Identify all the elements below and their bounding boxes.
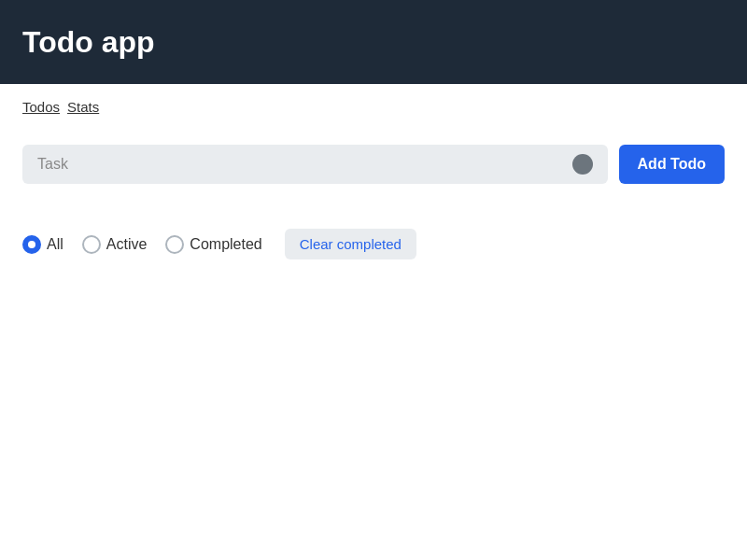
add-todo-button[interactable]: Add Todo <box>619 145 725 184</box>
task-input-wrapper <box>22 145 608 184</box>
filter-active[interactable]: Active <box>82 235 148 254</box>
loading-spinner <box>572 154 593 175</box>
filter-all-radio[interactable] <box>22 235 41 254</box>
filter-all-label: All <box>47 236 63 253</box>
filter-completed-radio[interactable] <box>165 235 184 254</box>
filter-completed-label: Completed <box>190 236 261 253</box>
filter-active-radio[interactable] <box>82 235 101 254</box>
nav-todos[interactable]: Todos <box>22 99 60 115</box>
filter-active-label: Active <box>106 236 148 253</box>
app-header: Todo app <box>0 0 747 84</box>
filter-all[interactable]: All <box>22 235 63 254</box>
filter-area: All Active Completed Clear completed <box>0 206 747 282</box>
nav-stats[interactable]: Stats <box>67 99 99 115</box>
clear-completed-button[interactable]: Clear completed <box>285 229 416 259</box>
main-nav: Todos Stats <box>0 84 747 130</box>
task-input[interactable] <box>22 145 608 184</box>
filter-completed[interactable]: Completed <box>165 235 261 254</box>
task-input-area: Add Todo <box>0 130 747 199</box>
app-title: Todo app <box>22 25 155 60</box>
